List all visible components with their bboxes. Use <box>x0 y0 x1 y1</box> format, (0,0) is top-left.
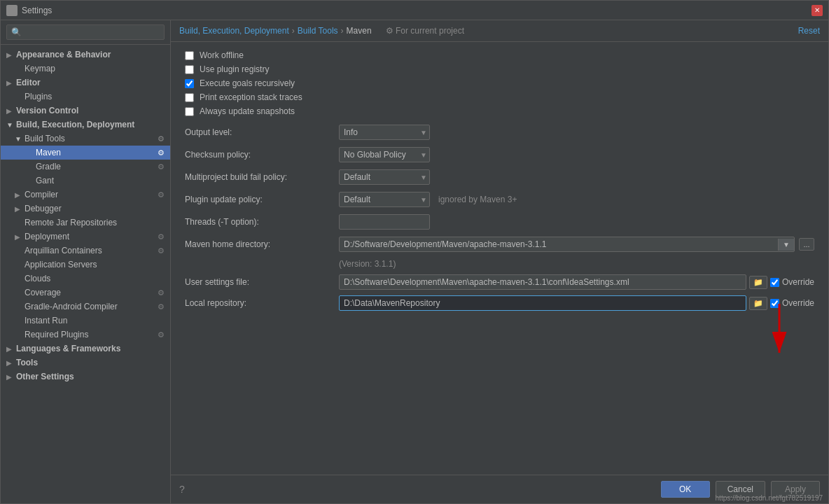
maven-home-dropdown-btn[interactable]: ▼ <box>778 239 794 251</box>
sidebar-item-compiler[interactable]: ▶ Compiler ⚙ <box>1 188 170 202</box>
print-exception-checkbox[interactable] <box>185 93 194 102</box>
sidebar-item-required-plugins[interactable]: Required Plugins ⚙ <box>1 328 170 342</box>
execute-goals-recursively-row: Execute goals recursively <box>185 78 814 88</box>
threads-row: Threads (-T option): <box>185 214 814 230</box>
work-offline-checkbox[interactable] <box>185 51 194 60</box>
sidebar-item-label: Clouds <box>25 274 50 284</box>
always-update-snapshots-checkbox[interactable] <box>185 107 194 116</box>
local-repository-browse-btn[interactable]: 📁 <box>749 297 767 310</box>
plugin-update-policy-select[interactable]: Default Force Suppress <box>339 192 430 207</box>
sidebar-item-tools[interactable]: ▶ Tools <box>1 356 170 370</box>
plugin-update-policy-control: Default Force Suppress ▼ ignored by Mave… <box>339 192 814 207</box>
execute-goals-recursively-label: Execute goals recursively <box>200 78 295 88</box>
arrow-spacer <box>15 219 23 227</box>
sidebar-item-label: Editor <box>16 78 41 88</box>
sidebar-item-version-control[interactable]: ▶ Version Control <box>1 104 170 118</box>
reset-button[interactable]: Reset <box>798 26 820 36</box>
sidebar-item-arquillian-containers[interactable]: Arquillian Containers ⚙ <box>1 244 170 258</box>
user-settings-override-checkbox[interactable] <box>770 278 779 287</box>
sidebar-item-label: Compiler <box>25 190 58 200</box>
local-repository-override-label: Override <box>782 298 814 308</box>
use-plugin-registry-checkbox[interactable] <box>185 65 194 74</box>
search-box <box>1 20 170 45</box>
sidebar-item-coverage[interactable]: Coverage ⚙ <box>1 286 170 300</box>
multiproject-build-label: Multiproject build fail policy: <box>185 172 339 182</box>
threads-input[interactable] <box>339 214 430 230</box>
arrow-spacer <box>15 303 23 311</box>
maven-home-row: Maven home directory: ▼ ... <box>185 237 814 252</box>
user-settings-row: User settings file: 📁 Override <box>185 274 814 290</box>
work-offline-row: Work offline <box>185 50 814 60</box>
arrow-spacer <box>15 289 23 297</box>
execute-goals-recursively-checkbox[interactable] <box>185 79 194 88</box>
maven-home-browse-btn[interactable]: ... <box>799 238 814 251</box>
multiproject-build-select[interactable]: Default Fail At End Fail Fast Never Fail <box>339 169 430 185</box>
breadcrumb-build-tools[interactable]: Build Tools <box>298 26 338 36</box>
checksum-policy-select-wrapper: No Global Policy Fail Warn ▼ <box>339 147 430 162</box>
arrow-icon: ▶ <box>15 233 23 241</box>
action-icon: ⚙ <box>158 162 165 172</box>
sidebar-item-languages-frameworks[interactable]: ▶ Languages & Frameworks <box>1 342 170 356</box>
plugin-update-policy-select-wrapper: Default Force Suppress ▼ <box>339 192 430 207</box>
sidebar-item-clouds[interactable]: Clouds <box>1 272 170 286</box>
arrow-spacer <box>15 247 23 255</box>
url-bar: https://blog.csdn.net/fgt782519197 <box>716 494 823 502</box>
breadcrumb-sep-1: › <box>292 26 295 36</box>
close-button[interactable]: ✕ <box>811 5 823 16</box>
sidebar-item-deployment[interactable]: ▶ Deployment ⚙ <box>1 230 170 244</box>
threads-label: Threads (-T option): <box>185 217 339 227</box>
sidebar-item-label: Deployment <box>25 232 69 241</box>
sidebar-item-label: Other Settings <box>16 372 74 382</box>
arrow-icon: ▶ <box>6 345 15 353</box>
arrow-icon: ▶ <box>6 51 15 59</box>
user-settings-input[interactable] <box>339 274 746 290</box>
sidebar-item-editor[interactable]: ▶ Editor <box>1 76 170 90</box>
sidebar-item-build-tools[interactable]: ▼ Build Tools ⚙ <box>1 132 170 146</box>
maven-home-input[interactable] <box>340 237 778 251</box>
sidebar-item-label: Maven <box>36 148 61 158</box>
sidebar-item-plugins[interactable]: Plugins <box>1 90 170 104</box>
sidebar-item-gant[interactable]: Gant <box>1 174 170 188</box>
output-level-select[interactable]: Debug Info Warning Error <box>339 125 430 140</box>
user-settings-control: 📁 Override <box>339 274 814 290</box>
sidebar-item-label: Plugins <box>25 92 52 102</box>
multiproject-build-control: Default Fail At End Fail Fast Never Fail… <box>339 169 814 185</box>
sidebar-item-gradle-android-compiler[interactable]: Gradle-Android Compiler ⚙ <box>1 300 170 314</box>
sidebar-item-keymap[interactable]: Keymap <box>1 62 170 76</box>
user-settings-browse-btn[interactable]: 📁 <box>749 276 767 289</box>
arrow-icon: ▶ <box>6 107 15 115</box>
sidebar-item-instant-run[interactable]: Instant Run <box>1 314 170 328</box>
checksum-policy-select[interactable]: No Global Policy Fail Warn <box>339 147 430 162</box>
arrow-spacer <box>15 261 23 269</box>
multiproject-build-select-wrapper: Default Fail At End Fail Fast Never Fail… <box>339 169 430 185</box>
sidebar-item-maven[interactable]: Maven ⚙ <box>1 146 170 160</box>
app-icon <box>6 5 18 16</box>
sidebar-item-appearance-behavior[interactable]: ▶ Appearance & Behavior <box>1 48 170 62</box>
sidebar-item-application-servers[interactable]: Application Servers <box>1 258 170 272</box>
arrow-spacer <box>15 331 23 339</box>
checksum-policy-row: Checksum policy: No Global Policy Fail W… <box>185 147 814 162</box>
search-input[interactable] <box>6 24 165 40</box>
arrow-icon: ▶ <box>6 373 15 381</box>
always-update-snapshots-label: Always update snapshots <box>200 106 295 116</box>
breadcrumb-build-execution[interactable]: Build, Execution, Deployment <box>179 26 289 36</box>
action-icon: ⚙ <box>158 330 165 340</box>
breadcrumb-maven: Maven <box>347 26 372 36</box>
arrow-icon: ▶ <box>6 79 15 87</box>
help-button[interactable]: ? <box>179 484 185 495</box>
sidebar-item-label: Application Servers <box>25 260 97 270</box>
sidebar: ▶ Appearance & Behavior Keymap ▶ Editor … <box>1 20 171 503</box>
sidebar-item-other-settings[interactable]: ▶ Other Settings <box>1 370 170 384</box>
ok-button[interactable]: OK <box>661 481 710 498</box>
local-repository-input[interactable] <box>339 295 746 311</box>
local-repository-row: Local repository: 📁 Override <box>185 295 814 311</box>
work-offline-label: Work offline <box>200 50 244 60</box>
print-exception-row: Print exception stack traces <box>185 92 814 102</box>
sidebar-item-debugger[interactable]: ▶ Debugger <box>1 202 170 216</box>
sidebar-item-label: Required Plugins <box>25 330 88 340</box>
local-repository-override-checkbox[interactable] <box>770 299 779 308</box>
sidebar-item-build-execution-deployment[interactable]: ▼ Build, Execution, Deployment <box>1 118 170 132</box>
user-settings-override-wrapper: Override <box>770 277 814 287</box>
sidebar-item-gradle[interactable]: Gradle ⚙ <box>1 160 170 174</box>
sidebar-item-remote-jar-repositories[interactable]: Remote Jar Repositories <box>1 216 170 230</box>
